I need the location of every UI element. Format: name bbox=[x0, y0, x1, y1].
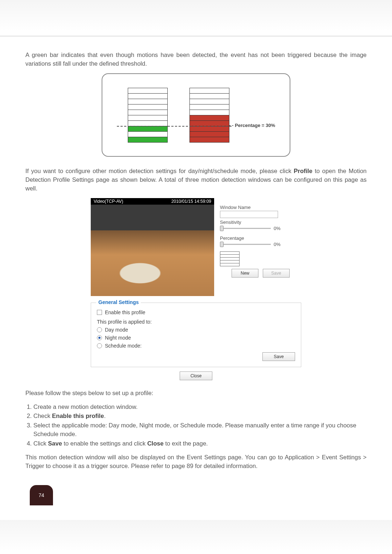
profile-settings-screenshot: Video(TCP-AV) 2010/01/15 14:59:09 Window… bbox=[91, 198, 301, 380]
night-mode-radio[interactable] bbox=[97, 335, 102, 340]
enable-profile-label: Enable this profile bbox=[105, 309, 145, 315]
night-mode-label: Night mode bbox=[105, 335, 131, 341]
motion-window-panel: Window Name Sensitivity 0% Percentage 0% bbox=[220, 198, 301, 296]
step-4: Click Save to enable the settings and cl… bbox=[33, 439, 367, 448]
sensitivity-slider[interactable] bbox=[220, 228, 271, 229]
sensitivity-label: Sensitivity bbox=[220, 219, 301, 225]
save-button-panel[interactable]: Save bbox=[263, 269, 290, 278]
header-rule bbox=[0, 0, 392, 36]
close-button[interactable]: Close bbox=[180, 372, 212, 380]
percentage-label-field: Percentage bbox=[220, 235, 301, 241]
percentage-slider[interactable] bbox=[220, 244, 271, 245]
video-title: Video(TCP-AV) bbox=[94, 199, 123, 204]
step-2: Check Enable this profile. bbox=[33, 412, 367, 420]
threshold-line bbox=[117, 126, 232, 127]
percentage-label: - - Percentage = 30% bbox=[229, 123, 275, 128]
step-3: Select the applicable mode: Day mode, Ni… bbox=[33, 421, 367, 439]
day-mode-label: Day mode bbox=[105, 327, 128, 333]
window-name-input[interactable] bbox=[220, 211, 278, 218]
profile-paragraph: If you want to configure other motion de… bbox=[25, 167, 367, 193]
window-name-label: Window Name bbox=[220, 205, 301, 210]
page-number-tab: 74 bbox=[30, 485, 53, 505]
general-settings-fieldset: General Settings Enable this profile Thi… bbox=[91, 303, 301, 367]
general-settings-legend: General Settings bbox=[96, 299, 141, 305]
percentage-diagram: - - Percentage = 30% bbox=[102, 73, 290, 157]
bar-stack-right bbox=[189, 88, 229, 142]
video-preview: Video(TCP-AV) 2010/01/15 14:59:09 bbox=[91, 198, 214, 296]
closing-paragraph: This motion detection window will also b… bbox=[25, 453, 367, 471]
intro-paragraph: A green bar indicates that even though m… bbox=[25, 51, 367, 68]
bar-stack-left bbox=[128, 88, 168, 142]
enable-profile-checkbox[interactable] bbox=[97, 310, 102, 315]
percentage-value: 0% bbox=[274, 242, 281, 247]
page-body: A green bar indicates that even though m… bbox=[0, 51, 392, 520]
steps-list: Create a new motion detection window. Ch… bbox=[25, 403, 367, 448]
schedule-mode-label: Schedule mode: bbox=[105, 343, 142, 349]
steps-intro: Please follow the steps below to set up … bbox=[25, 389, 367, 398]
video-thumbnail bbox=[91, 205, 214, 296]
schedule-mode-radio[interactable] bbox=[97, 343, 102, 348]
save-button[interactable]: Save bbox=[262, 352, 295, 361]
video-timestamp: 2010/01/15 14:59:09 bbox=[171, 199, 211, 204]
new-button[interactable]: New bbox=[232, 269, 258, 278]
applied-to-label: This profile is applied to: bbox=[97, 319, 152, 325]
sensitivity-value: 0% bbox=[274, 226, 281, 231]
mini-bar-indicator bbox=[220, 251, 301, 266]
step-1: Create a new motion detection window. bbox=[33, 403, 367, 411]
day-mode-radio[interactable] bbox=[97, 327, 102, 332]
